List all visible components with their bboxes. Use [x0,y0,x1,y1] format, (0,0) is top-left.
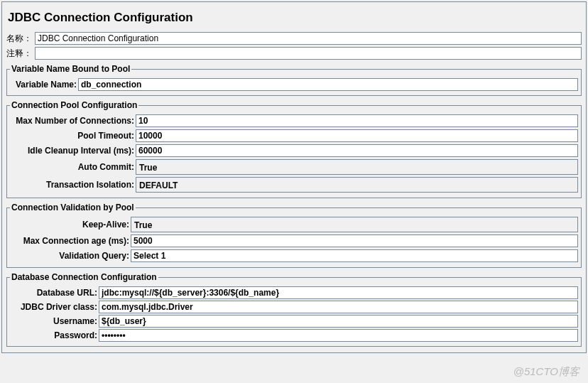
jdbc-driver-label: JDBC Driver class: [10,302,99,312]
idle-cleanup-input[interactable] [136,144,578,157]
db-url-input[interactable] [99,286,578,299]
validation-query-input[interactable] [131,249,578,262]
page-title: JDBC Connection Configuration [6,6,582,32]
pool-timeout-input[interactable] [136,129,578,142]
group-variable-legend: Variable Name Bound to Pool [10,64,131,74]
watermark: @51CTO博客 [513,365,579,379]
group-database-legend: Database Connection Configuration [10,272,158,282]
password-label: Password: [10,330,99,340]
comment-row: 注释： [6,47,582,60]
username-input[interactable] [99,315,578,328]
txn-isolation-label: Transaction Isolation: [10,180,136,190]
group-pool-legend: Connection Pool Configuration [10,100,138,110]
group-pool: Connection Pool Configuration Max Number… [6,100,582,198]
auto-commit-label: Auto Commit: [10,162,136,172]
config-panel: JDBC Connection Configuration 名称： 注释： Va… [1,1,587,353]
txn-isolation-select[interactable]: DEFAULT [136,177,578,193]
comment-input[interactable] [35,47,582,60]
max-conn-age-input[interactable] [131,234,578,247]
keep-alive-label: Keep-Alive: [10,220,131,230]
jdbc-driver-input[interactable] [99,301,578,313]
variable-name-label: Variable Name: [10,80,78,90]
db-url-label: Database URL: [10,288,99,298]
keep-alive-select[interactable]: True [131,217,578,232]
password-input[interactable] [99,329,578,342]
pool-timeout-label: Pool Timeout: [10,131,136,141]
max-connections-input[interactable] [136,114,578,127]
username-label: Username: [10,316,99,326]
variable-name-input[interactable] [78,78,578,91]
name-input[interactable] [35,32,582,45]
group-validation: Connection Validation by Pool Keep-Alive… [6,203,582,268]
max-connections-label: Max Number of Connections: [10,116,136,126]
name-label: 名称： [6,33,35,45]
comment-label: 注释： [6,48,35,60]
group-validation-legend: Connection Validation by Pool [10,203,136,212]
group-database: Database Connection Configuration Databa… [6,272,582,347]
validation-query-label: Validation Query: [10,251,131,261]
group-variable: Variable Name Bound to Pool Variable Nam… [6,64,582,96]
idle-cleanup-label: Idle Cleanup Interval (ms): [10,146,136,156]
name-row: 名称： [6,32,582,45]
auto-commit-select[interactable]: True [136,159,578,175]
max-conn-age-label: Max Connection age (ms): [10,236,131,246]
